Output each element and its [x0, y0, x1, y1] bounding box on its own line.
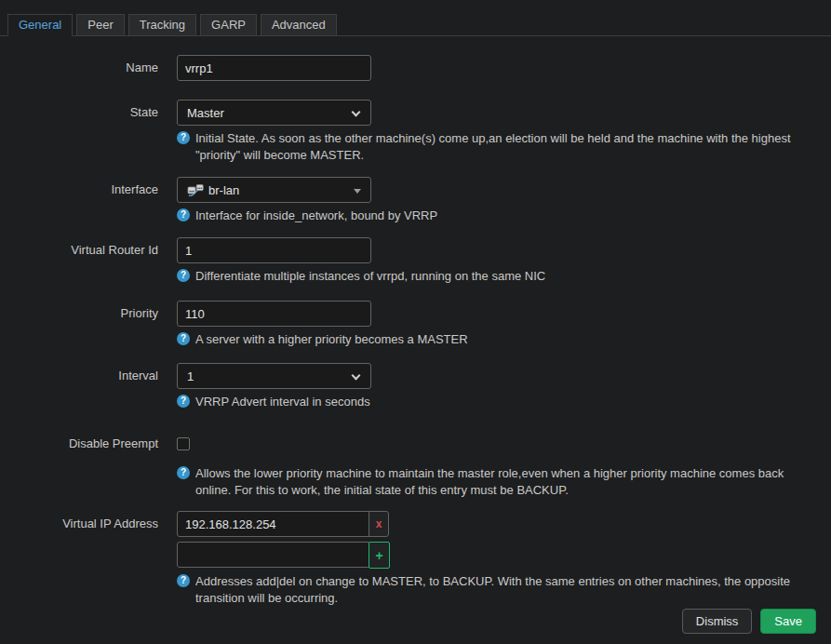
virtual-ip-new-entry: + [177, 542, 831, 569]
state-select[interactable]: Master [177, 100, 371, 126]
interval-select[interactable]: 1 [177, 363, 371, 389]
disable-preempt-checkbox[interactable] [177, 437, 190, 450]
interface-row: Interface [0, 177, 831, 224]
name-label: Name [0, 55, 177, 81]
priority-help-text: A server with a higher priority becomes … [195, 331, 796, 348]
disable-preempt-label: Disable Preempt [0, 431, 177, 499]
chevron-down-icon [352, 108, 361, 117]
virtual-ip-entry: x [177, 511, 831, 537]
tab-bar: General Peer Tracking GARP Advanced [0, 14, 831, 36]
tab-garp[interactable]: GARP [200, 14, 257, 36]
disable-preempt-help-text: Allows the lower priority machine to mai… [195, 465, 796, 499]
virtual-ip-label: Virtual IP Address [0, 511, 177, 607]
priority-label: Priority [0, 301, 177, 348]
virtual-ip-help-text: Addresses add|del on change to MASTER, t… [195, 573, 796, 607]
virtual-ip-help: ? Addresses add|del on change to MASTER,… [177, 573, 831, 607]
state-help-text: Initial State. As soon as the other mach… [195, 130, 796, 164]
help-icon: ? [177, 269, 190, 282]
state-row: State Master ? Initial State. As soon as… [0, 100, 831, 164]
help-icon: ? [177, 466, 190, 479]
virtual-router-id-help: ? Differentiate multiple instances of vr… [177, 268, 831, 285]
interface-dropdown-value: br-lan [208, 183, 239, 197]
help-icon: ? [177, 131, 190, 144]
interface-help: ? Interface for inside_network, bound by… [177, 208, 831, 224]
dismiss-button[interactable]: Dismiss [682, 609, 753, 634]
help-icon: ? [177, 574, 190, 587]
name-row: Name [0, 55, 831, 81]
tab-advanced[interactable]: Advanced [261, 14, 337, 36]
tab-general[interactable]: General [7, 14, 73, 36]
caret-down-icon [354, 189, 361, 194]
virtual-ip-row: Virtual IP Address x + ? Addresses add|d… [0, 511, 831, 607]
vrrp-general-form: Name State Master ? Initial State. As so… [0, 36, 831, 607]
virtual-ip-input[interactable] [177, 511, 369, 537]
state-label: State [0, 100, 177, 164]
state-select-value: Master [187, 106, 224, 120]
virtual-router-id-help-text: Differentiate multiple instances of vrrp… [195, 268, 796, 285]
priority-row: Priority ? A server with a higher priori… [0, 301, 831, 348]
priority-input[interactable] [177, 301, 371, 327]
virtual-ip-new-input[interactable] [177, 542, 369, 568]
interface-dropdown[interactable]: br-lan [177, 177, 371, 203]
tab-peer[interactable]: Peer [76, 14, 124, 36]
virtual-router-id-row: Virtual Router Id ? Differentiate multip… [0, 237, 831, 285]
help-icon: ? [177, 332, 190, 345]
disable-preempt-help: ? Allows the lower priority machine to m… [177, 465, 831, 499]
interval-help: ? VRRP Advert interval in seconds [177, 394, 831, 410]
help-icon: ? [177, 395, 190, 408]
priority-help: ? A server with a higher priority become… [177, 331, 831, 348]
interval-row: Interval 1 ? VRRP Advert interval in sec… [0, 363, 831, 410]
interface-label: Interface [0, 177, 177, 224]
disable-preempt-row: Disable Preempt ? Allows the lower prior… [0, 431, 831, 499]
remove-ip-button[interactable]: x [369, 511, 389, 537]
footer-button-row: Dismiss Save [682, 609, 816, 634]
interval-select-value: 1 [187, 369, 194, 383]
state-help: ? Initial State. As soon as the other ma… [177, 130, 831, 164]
name-input[interactable] [177, 55, 371, 81]
virtual-router-id-label: Virtual Router Id [0, 237, 177, 285]
interval-help-text: VRRP Advert interval in seconds [195, 394, 796, 410]
tab-tracking[interactable]: Tracking [128, 14, 196, 36]
help-icon: ? [177, 208, 190, 221]
interval-label: Interval [0, 363, 177, 410]
bridge-interface-icon [187, 184, 204, 196]
chevron-down-icon [352, 371, 361, 381]
interface-help-text: Interface for inside_network, bound by V… [195, 208, 796, 224]
virtual-router-id-input[interactable] [177, 237, 371, 263]
add-ip-button[interactable]: + [369, 542, 390, 569]
save-button[interactable]: Save [760, 609, 816, 634]
